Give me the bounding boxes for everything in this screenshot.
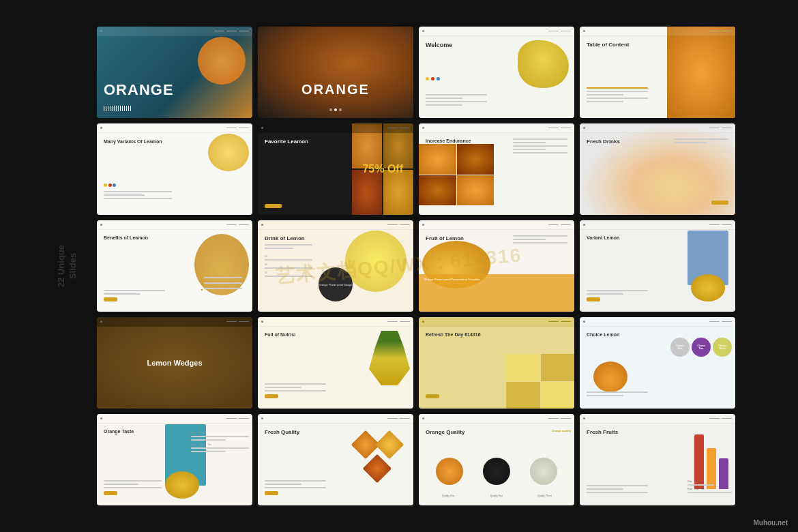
mv-dot-1 [104,183,107,187]
dot-blue [437,77,440,80]
fd-line-2 [674,142,707,143]
dot-red [431,77,434,80]
slide-1[interactable]: ORANGE [97,27,252,118]
slide-19-title: Orange Quality [426,429,464,435]
ot-r-3 [191,447,249,449]
slide-2[interactable]: ORANGE [258,27,413,118]
slide-8[interactable]: Fresh Drinks [580,123,735,215]
dol-numbered: 01 02 03 [265,254,312,277]
choice-3: ChoiceThree [713,338,732,357]
mc-2 [541,354,575,381]
diamond-3 [363,454,391,483]
toc-line-5 [587,101,623,102]
slide-9-title: Benefits of Leamon [104,235,148,240]
bottom-credit: Muhou.net [753,519,788,527]
ot-r-1 [191,436,249,437]
mv-line-3 [104,198,172,199]
slide-8-title: Fresh Drinks [587,138,620,145]
dol-l-2 [265,267,312,269]
mv-line-1 [104,191,172,192]
slide-16[interactable]: Choice Lemon ChoiceOne ChoiceTwo ChoiceT… [580,317,735,409]
slide-16-circles: ChoiceOne ChoiceTwo ChoiceThree [670,338,732,357]
slide-7-title: Increase Endurance [426,138,471,143]
slide-12[interactable]: Variant Lemon [580,220,735,312]
slide-18[interactable]: Fresh Quality [258,414,413,505]
slide-13[interactable]: Lemon Wedges [97,317,252,409]
ff-r-2 [688,492,732,493]
dol-line-1 [265,244,312,246]
slide-20-legend: One Two Four Five Six [688,480,732,495]
fd-btn [711,201,728,205]
slide-3[interactable]: Welcome [419,27,574,118]
slide-16-header [580,317,735,327]
slide-17-right-text: One Two Four Five Six [191,431,249,454]
dol-line-2 [265,248,293,249]
fn-btn [265,394,278,398]
ff-line-1 [587,485,648,486]
slide-14[interactable]: Full of Nutrisi [258,317,413,409]
slide-15[interactable]: Refresh The Day 614316 [419,317,574,409]
slide-6-title: Favorite Leamon [265,138,308,145]
slide-4[interactable]: Table of Content [580,27,735,118]
slide-20-title: Fresh Fruits [587,429,618,435]
fq-btn [265,491,278,495]
slide-5[interactable]: Many Variants Of Leamon [97,123,252,215]
slide-1-title: ORANGE [104,81,174,99]
slide-3-header [419,27,574,36]
ff-line-2 [587,488,623,490]
slide-4-orange-bg [667,27,735,118]
ot-btn [104,491,117,495]
slide-18-header [258,414,413,424]
slide-9-text [104,290,165,301]
slide-6-badge: 75% Off [362,164,403,175]
dark-circle-text: Orange Power point Design [319,283,352,286]
ie-line-4 [513,149,546,150]
cl-lemon [593,361,627,392]
side-label: 22 Unique Slides [56,245,90,287]
slide-6[interactable]: Favorite Leamon 75% Off [258,123,413,215]
fn-line-1 [265,383,326,385]
dol-l-1 [265,259,312,261]
slide-3-color-dots [426,77,440,80]
slide-17[interactable]: Orange Taste One Two Four Five Six [97,414,252,505]
mc-1 [506,354,540,381]
slide-1-barcode [104,106,131,111]
oc-1 [419,144,456,175]
fol-line-1 [513,235,567,237]
slide-15-mosaic [506,354,574,409]
btn-bar [265,204,282,208]
ot-r-2 [191,439,226,441]
quality-label-3: Quality Three [531,494,559,497]
patch-4 [383,170,413,215]
slide-10-header [258,220,413,230]
slide-9-header [97,220,252,230]
toc-line-1 [587,87,648,89]
slide-19-subtitle: Orange quality [552,429,571,432]
oc-4 [457,175,494,206]
ot-line-1 [104,480,162,482]
slide-19[interactable]: Orange Quality Orange quality Quality On… [419,414,574,505]
vl-line-2 [587,293,623,295]
slide-10[interactable]: Drink of Lemon Orange Power point Design… [258,220,413,312]
slide-10-text: 01 02 03 [265,244,312,279]
slide-5-header [97,123,252,133]
slide-11[interactable]: Fruit of Lemon Orange Power point Presen… [419,220,574,312]
slide-5-text [104,183,172,201]
slide-9[interactable]: Benefits of Leamon [97,220,252,312]
slide-20[interactable]: Fresh Fruits One Two Four Five Six [580,414,735,505]
slide-14-title: Full of Nutrisi [265,332,295,337]
ff-r-1 [688,484,714,486]
text-line-1 [426,94,487,95]
slide-7-grid [419,144,494,205]
ie-line-1 [513,138,567,140]
choice-1: ChoiceOne [670,338,690,357]
fd-line-1 [674,138,728,140]
ie-line-2 [513,142,546,143]
slide-15-btn [426,394,439,398]
slide-18-text [265,480,326,495]
slide-10-lemon-bg [345,231,407,292]
dot-3 [339,108,342,111]
slide-7[interactable]: Increase Endurance [419,123,574,215]
slide-12-title: Variant Lemon [587,235,619,240]
slide-3-title: Welcome [426,42,452,48]
